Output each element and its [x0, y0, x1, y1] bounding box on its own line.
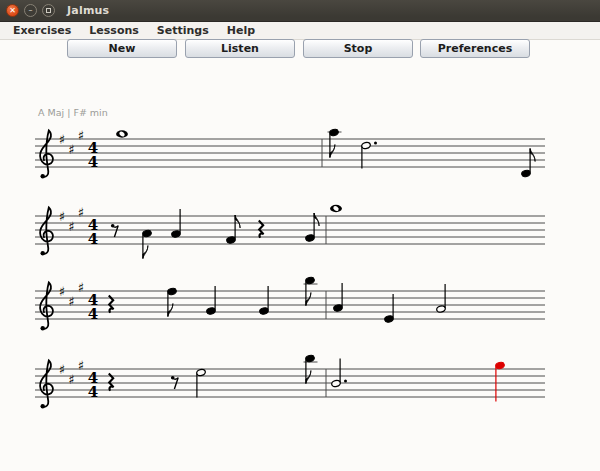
- note-head: [167, 287, 177, 295]
- key-sharp: ♯: [68, 142, 74, 157]
- eighth-flag: [143, 246, 148, 259]
- note-head: [361, 141, 371, 149]
- note-head: [495, 361, 505, 369]
- time-signature: 4: [88, 383, 98, 401]
- key-sharp: ♯: [59, 362, 65, 377]
- time-signature: 4: [88, 291, 98, 309]
- whole-note-hole: [118, 131, 125, 138]
- eighth-rest: [113, 226, 118, 237]
- note-head: [171, 230, 181, 238]
- key-sharp: ♯: [68, 294, 74, 309]
- new-button[interactable]: New: [67, 39, 177, 58]
- note-head: [436, 305, 446, 313]
- key-sharp: ♯: [78, 205, 84, 220]
- note-head: [305, 276, 315, 284]
- key-sharp: ♯: [78, 280, 84, 295]
- note-head: [206, 307, 216, 315]
- close-button-icon[interactable]: ✕: [6, 4, 19, 17]
- menu-lessons[interactable]: Lessons: [80, 22, 148, 40]
- key-sharp: ♯: [68, 219, 74, 234]
- eighth-flag: [530, 149, 535, 162]
- treble-clef-dot: [41, 174, 45, 178]
- note-head: [329, 128, 339, 136]
- key-sharp: ♯: [78, 128, 84, 143]
- listen-button[interactable]: Listen: [185, 39, 295, 58]
- treble-clef-dot: [41, 326, 45, 330]
- eighth-flag: [314, 213, 319, 226]
- treble-clef-dot: [41, 251, 45, 255]
- menu-settings[interactable]: Settings: [148, 22, 218, 40]
- treble-clef-icon: [40, 207, 53, 253]
- quarter-rest: [109, 374, 114, 391]
- treble-clef-icon: [40, 130, 53, 176]
- note-head: [142, 229, 152, 237]
- augmentation-dot: [344, 380, 347, 383]
- time-signature: 4: [88, 230, 98, 248]
- whole-note: [330, 205, 342, 212]
- jalmus-window: ✕ – Jalmus Exercises Lessons Settings He…: [0, 0, 600, 471]
- eighth-rest: [173, 378, 178, 389]
- time-signature: 4: [88, 369, 98, 387]
- preferences-button[interactable]: Preferences: [420, 39, 530, 58]
- window-controls: ✕ –: [6, 4, 55, 17]
- minimize-button-icon[interactable]: –: [24, 4, 37, 17]
- note-head: [333, 304, 343, 312]
- treble-clef-dot: [41, 404, 45, 408]
- eighth-flag: [235, 215, 240, 228]
- note-head: [226, 236, 236, 244]
- treble-clef-icon: [40, 282, 53, 328]
- score-canvas: ♯♯♯44♯♯♯44♯♯♯44♯♯♯44: [0, 0, 600, 471]
- eighth-flag: [330, 145, 335, 158]
- time-signature: 4: [88, 216, 98, 234]
- note-head: [521, 169, 531, 177]
- note-head: [331, 379, 341, 387]
- maximize-button-icon[interactable]: [42, 4, 55, 17]
- eighth-flag: [306, 371, 311, 384]
- note-head: [384, 315, 394, 323]
- time-signature: 4: [88, 139, 98, 157]
- eighth-flag: [306, 293, 311, 306]
- menu-bar: Exercises Lessons Settings Help: [0, 22, 600, 40]
- key-sharp: ♯: [59, 132, 65, 147]
- title-bar: ✕ – Jalmus: [0, 0, 600, 22]
- treble-clef-icon: [40, 360, 53, 406]
- note-head: [305, 234, 315, 242]
- stop-button[interactable]: Stop: [303, 39, 413, 58]
- note-head: [305, 354, 315, 362]
- key-sharp: ♯: [59, 284, 65, 299]
- whole-note-hole: [332, 205, 339, 212]
- menu-exercises[interactable]: Exercises: [4, 22, 80, 40]
- key-sharp: ♯: [68, 372, 74, 387]
- time-signature: 4: [88, 305, 98, 323]
- key-signature-label: A Maj | F# min: [38, 107, 108, 118]
- augmentation-dot: [374, 142, 377, 145]
- eighth-rest-dot: [171, 376, 175, 380]
- eighth-rest-dot: [111, 224, 115, 228]
- note-head: [196, 368, 206, 376]
- eighth-flag: [168, 304, 173, 317]
- quarter-rest: [259, 221, 264, 238]
- menu-help[interactable]: Help: [218, 22, 264, 40]
- note-head: [259, 307, 269, 315]
- key-sharp: ♯: [78, 358, 84, 373]
- quarter-rest: [109, 296, 114, 313]
- whole-note: [116, 130, 128, 137]
- time-signature: 4: [88, 153, 98, 171]
- key-sharp: ♯: [59, 209, 65, 224]
- window-title: Jalmus: [67, 4, 109, 17]
